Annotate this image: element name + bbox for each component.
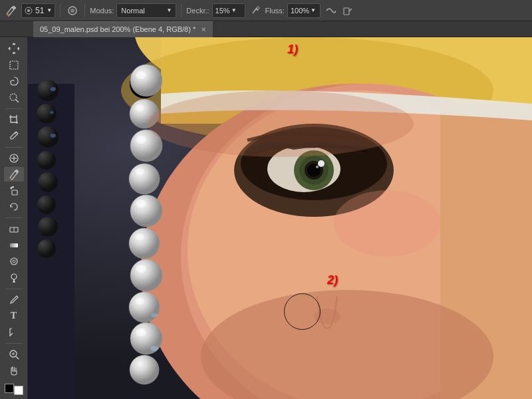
separator-3 bbox=[181, 4, 182, 17]
tool-zoom[interactable] bbox=[4, 347, 24, 362]
svg-point-2 bbox=[27, 9, 30, 12]
opacity-value-box[interactable]: 15% ▼ bbox=[212, 3, 245, 18]
svg-point-54 bbox=[129, 228, 160, 259]
tool-lasso[interactable] bbox=[4, 74, 24, 88]
tool-separator-2 bbox=[5, 147, 23, 148]
svg-point-71 bbox=[37, 104, 57, 124]
tool-text[interactable]: T bbox=[4, 309, 24, 323]
mode-value: Normal bbox=[121, 7, 144, 15]
flow-label: Fluss: bbox=[265, 7, 285, 15]
tool-dodge[interactable] bbox=[4, 270, 24, 285]
svg-point-68 bbox=[150, 346, 158, 351]
svg-point-64 bbox=[135, 233, 144, 240]
svg-point-80 bbox=[51, 134, 56, 138]
tool-marquee[interactable] bbox=[4, 57, 24, 72]
svg-point-20 bbox=[13, 260, 15, 263]
face-image bbox=[28, 37, 532, 399]
tool-history-brush[interactable] bbox=[4, 200, 24, 214]
tab-close-icon[interactable]: ✕ bbox=[201, 26, 206, 33]
mode-label: Modus: bbox=[90, 7, 114, 15]
svg-point-72 bbox=[37, 126, 59, 148]
svg-rect-15 bbox=[12, 190, 17, 195]
tool-path-select[interactable] bbox=[4, 325, 24, 339]
tool-eyedropper[interactable] bbox=[4, 128, 24, 143]
document-tab-title: 05_09_malen.psd bei 200% (Ebene 4, RGB/8… bbox=[40, 25, 196, 33]
svg-point-55 bbox=[130, 259, 162, 291]
svg-point-22 bbox=[11, 274, 17, 279]
svg-point-77 bbox=[37, 239, 56, 258]
svg-rect-18 bbox=[10, 243, 18, 247]
svg-point-82 bbox=[334, 190, 440, 257]
tool-move[interactable] bbox=[4, 41, 24, 56]
main-area: T bbox=[0, 37, 532, 399]
color-swatches[interactable] bbox=[5, 382, 23, 395]
flow-value: 100% bbox=[291, 7, 309, 15]
svg-point-66 bbox=[135, 298, 144, 305]
svg-point-67 bbox=[136, 329, 146, 336]
svg-line-9 bbox=[16, 100, 19, 102]
airbrush-icon[interactable] bbox=[248, 3, 263, 18]
brush-preview-icon bbox=[25, 7, 33, 15]
tool-crop[interactable] bbox=[4, 112, 24, 127]
top-toolbar: 51 ▼ Modus: Normal ▼ Deckr.: 15% ▼ Fluss… bbox=[0, 0, 532, 21]
svg-line-26 bbox=[16, 356, 19, 359]
brush-size-chevron: ▼ bbox=[47, 7, 52, 13]
tab-bar: 05_09_malen.psd bei 200% (Ebene 4, RGB/8… bbox=[0, 21, 532, 37]
smoothing-icon[interactable] bbox=[323, 3, 338, 18]
svg-point-58 bbox=[130, 355, 159, 384]
tool-separator-5 bbox=[5, 343, 23, 344]
foreground-color-swatch[interactable] bbox=[5, 384, 14, 393]
svg-point-5 bbox=[257, 7, 259, 9]
tablet-pressure-icon[interactable] bbox=[340, 3, 355, 18]
opacity-value: 15% bbox=[215, 7, 230, 15]
tool-separator-1 bbox=[5, 108, 23, 109]
tool-eraser[interactable] bbox=[4, 221, 24, 236]
separator-2 bbox=[84, 4, 85, 17]
canvas-area: 1) 2) bbox=[28, 37, 532, 399]
svg-point-60 bbox=[135, 104, 144, 111]
svg-point-4 bbox=[70, 9, 74, 13]
svg-point-78 bbox=[51, 87, 56, 91]
svg-point-14 bbox=[10, 177, 12, 179]
tool-heal[interactable] bbox=[4, 150, 24, 165]
svg-rect-6 bbox=[344, 8, 349, 15]
brush-presets-icon[interactable] bbox=[65, 3, 80, 18]
tool-gradient[interactable] bbox=[4, 237, 24, 252]
svg-point-70 bbox=[37, 80, 59, 101]
svg-point-75 bbox=[37, 196, 56, 214]
brush-tool-icon bbox=[4, 3, 19, 18]
svg-point-83 bbox=[148, 90, 414, 157]
flow-chevron-icon: ▼ bbox=[311, 7, 316, 13]
svg-point-52 bbox=[129, 164, 160, 194]
opacity-chevron-icon: ▼ bbox=[231, 7, 237, 13]
svg-point-61 bbox=[136, 136, 146, 144]
tool-pen[interactable] bbox=[4, 293, 24, 307]
tool-separator-4 bbox=[5, 289, 23, 289]
document-tab[interactable]: 05_09_malen.psd bei 200% (Ebene 4, RGB/8… bbox=[33, 21, 213, 37]
svg-point-63 bbox=[136, 200, 146, 207]
svg-point-65 bbox=[136, 265, 146, 273]
svg-point-69 bbox=[151, 313, 158, 317]
svg-point-74 bbox=[38, 172, 58, 192]
mode-dropdown[interactable]: Normal ▼ bbox=[116, 3, 176, 18]
svg-point-45 bbox=[318, 160, 325, 167]
tool-quick-select[interactable] bbox=[4, 90, 24, 104]
tool-hand[interactable] bbox=[4, 363, 24, 378]
left-toolbar: T bbox=[0, 37, 28, 399]
svg-point-46 bbox=[316, 166, 319, 168]
flow-value-box[interactable]: 100% ▼ bbox=[287, 3, 321, 18]
separator-1 bbox=[60, 4, 61, 17]
brush-size-box[interactable]: 51 ▼ bbox=[21, 3, 55, 18]
background-color-swatch[interactable] bbox=[14, 386, 23, 395]
svg-point-0 bbox=[7, 13, 9, 16]
brush-size-value: 51 bbox=[35, 6, 44, 15]
svg-point-62 bbox=[135, 168, 144, 175]
svg-point-19 bbox=[11, 258, 17, 265]
tool-blur[interactable] bbox=[4, 254, 24, 269]
svg-point-73 bbox=[37, 151, 56, 170]
svg-point-8 bbox=[10, 94, 17, 100]
tool-clone-stamp[interactable] bbox=[4, 183, 24, 198]
svg-rect-7 bbox=[10, 61, 18, 69]
tool-brush[interactable] bbox=[4, 167, 24, 182]
svg-point-56 bbox=[129, 292, 160, 323]
